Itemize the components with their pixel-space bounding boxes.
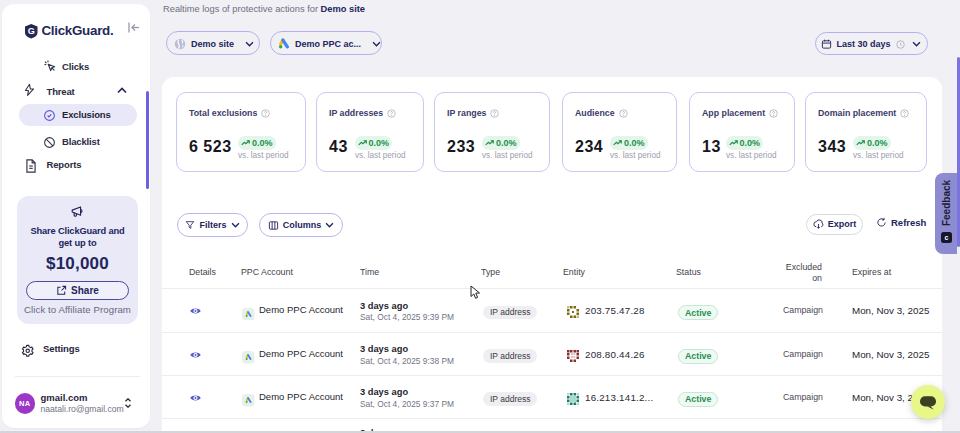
svg-text:c: c bbox=[944, 234, 948, 241]
svg-text:G: G bbox=[28, 26, 35, 36]
